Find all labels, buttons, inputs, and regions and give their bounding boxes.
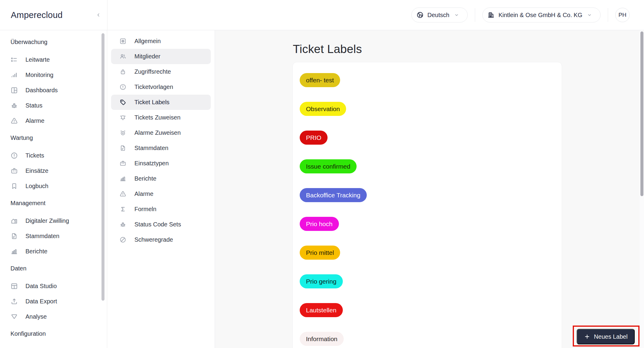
window-scrollbar-thumb[interactable] <box>640 31 643 196</box>
submenu-item-stammdaten[interactable]: Stammdaten <box>111 140 211 156</box>
label-pill-prio-hoch[interactable]: Prio hoch <box>300 217 339 231</box>
submenu-item-ticket-labels[interactable]: Ticket Labels <box>111 95 211 110</box>
submenu-item-status-code-sets[interactable]: Status Code Sets <box>111 217 211 232</box>
submenu-item-mitglieder[interactable]: Mitglieder <box>111 49 211 64</box>
sidebar-item-label: Monitoring <box>25 72 53 78</box>
submenu-item-einsatztypen[interactable]: Einsatztypen <box>111 156 211 171</box>
submenu-item-label: Stammdaten <box>134 145 168 152</box>
sidebar-item-stammdaten[interactable]: Stammdaten <box>0 229 107 244</box>
lock-icon <box>119 68 127 75</box>
chevron-down-icon <box>587 12 593 18</box>
sidebar-item-digitaler-zwilling[interactable]: Digitaler Zwilling <box>0 213 107 229</box>
submenu-item-formeln[interactable]: Formeln <box>111 202 211 217</box>
sidebar-item-tickets[interactable]: Tickets <box>0 148 107 163</box>
sidebar-item-einsaetze[interactable]: Einsätze <box>0 163 107 178</box>
plus-icon <box>584 333 590 340</box>
sidebar-collapse-icon[interactable] <box>95 12 102 18</box>
submenu-item-zugriffsrechte[interactable]: Zugriffsrechte <box>111 64 211 79</box>
submenu-item-label: Alarme <box>134 190 153 197</box>
building-icon <box>487 11 495 19</box>
exclamation-circle-icon <box>10 152 18 160</box>
submenu-item-label: Ticketvorlagen <box>134 84 173 90</box>
submenu-item-label: Alarme Zuweisen <box>134 129 181 136</box>
sidebar-item-label: Analyse <box>25 313 47 320</box>
label-pill-information[interactable]: Information <box>300 332 344 346</box>
submenu-item-alarme-zuweisen[interactable]: Alarme Zuweisen <box>111 125 211 140</box>
toolbox-icon <box>119 160 127 167</box>
sidebar-item-logbuch[interactable]: Logbuch <box>0 178 107 194</box>
sidebar-item-analyse[interactable]: Analyse <box>0 309 107 324</box>
submenu-item-label: Tickets Zuweisen <box>134 114 181 121</box>
submenu-item-label: Schweregrade <box>134 236 173 243</box>
submenu-item-label: Status Code Sets <box>134 221 181 228</box>
label-pill-prio[interactable]: PRIO <box>300 131 328 145</box>
list-icon <box>10 56 18 64</box>
gear-square-icon <box>119 37 127 45</box>
sidebar-scrollbar[interactable] <box>101 33 104 301</box>
sidebar-item-data-export[interactable]: Data Export <box>0 294 107 309</box>
sidebar-item-label: Status <box>25 102 43 109</box>
submenu-item-ticketvorlagen[interactable]: Ticketvorlagen <box>111 79 211 95</box>
sidebar-section-konfiguration: Konfiguration <box>0 326 107 348</box>
sidebar-item-monitoring[interactable]: Monitoring <box>0 67 107 83</box>
app-window: Amperecloud Deutsch Kintlein & Ose GmbH … <box>0 0 644 348</box>
sidebar-item-label: Digitaler Zwilling <box>25 217 69 224</box>
primary-sidebar: ÜberwachungLeitwarteMonitoringDashboards… <box>0 30 107 348</box>
bug-icon <box>119 221 127 228</box>
bug-icon <box>10 102 18 110</box>
submenu-item-berichte[interactable]: Berichte <box>111 171 211 186</box>
sidebar-item-label: Logbuch <box>25 183 49 190</box>
sidebar-item-label: Dashboards <box>25 87 58 94</box>
sidebar-item-alarme[interactable]: Alarme <box>0 113 107 128</box>
submenu-list: AllgemeinMitgliederZugriffsrechteTicketv… <box>107 34 215 247</box>
window-scrollbar-track[interactable] <box>640 30 644 348</box>
warning-triangle-icon <box>119 190 127 198</box>
sidebar-section-management: ManagementDigitaler ZwillingStammdatenBe… <box>0 196 107 259</box>
submenu-item-schweregrade[interactable]: Schweregrade <box>111 232 211 247</box>
new-label-button-label: Neues Label <box>594 333 628 340</box>
new-label-button[interactable]: Neues Label <box>577 329 635 344</box>
bookmark-icon <box>10 182 18 190</box>
label-pill-prio-gering[interactable]: Prio gering <box>300 274 343 288</box>
sidebar-item-dashboards[interactable]: Dashboards <box>0 83 107 98</box>
sidebar-item-label: Einsätze <box>25 167 49 174</box>
globe-icon <box>416 11 424 19</box>
bar-chart-icon <box>10 71 18 79</box>
sidebar-item-label: Stammdaten <box>25 233 59 240</box>
sidebar-item-data-studio[interactable]: Data Studio <box>0 279 107 294</box>
label-pill-issue-confirmed[interactable]: Issue confirmed <box>300 159 357 173</box>
submenu-item-alarme[interactable]: Alarme <box>111 186 211 202</box>
submenu-item-label: Zugriffsrechte <box>134 68 171 75</box>
dashboard-grid-icon <box>10 86 18 94</box>
sidebar-section-title: Management <box>0 196 107 211</box>
sidebar-item-leitwarte[interactable]: Leitwarte <box>0 52 107 67</box>
sidebar-section-title: Daten <box>0 261 107 276</box>
warning-triangle-icon <box>10 117 18 125</box>
company-selector[interactable]: Kintlein & Ose GmbH & Co. KG <box>482 7 601 22</box>
column-chart-icon <box>119 175 127 182</box>
people-icon <box>119 53 127 60</box>
label-pill-prio-mittel[interactable]: Prio mittel <box>300 246 340 260</box>
sidebar-item-label: Tickets <box>25 152 44 159</box>
sidebar-item-clipped[interactable] <box>0 344 107 348</box>
top-bar: Amperecloud Deutsch Kintlein & Ose GmbH … <box>0 0 644 30</box>
language-label: Deutsch <box>428 12 449 19</box>
upload-icon <box>10 297 18 305</box>
sidebar-item-status[interactable]: Status <box>0 98 107 113</box>
label-pill-lautstellen[interactable]: Lautstellen <box>300 303 343 317</box>
sidebar-item-label: Alarme <box>25 117 44 124</box>
main-content: Ticket Labels offen- testObservationPRIO… <box>215 30 644 348</box>
settings-submenu: AllgemeinMitgliederZugriffsrechteTicketv… <box>107 30 215 348</box>
label-pill-offen-test[interactable]: offen- test <box>300 73 340 87</box>
sidebar-item-berichte[interactable]: Berichte <box>0 244 107 259</box>
label-pill-backoffice-tracking[interactable]: Backoffice Tracking <box>300 188 367 202</box>
language-selector[interactable]: Deutsch <box>411 7 468 22</box>
sigma-icon <box>119 205 127 213</box>
app-logo[interactable]: Amperecloud <box>11 0 63 30</box>
user-avatar[interactable]: PH <box>615 8 630 22</box>
label-pill-observation[interactable]: Observation <box>300 102 346 116</box>
labels-card: offen- testObservationPRIOIssue confirme… <box>293 62 562 348</box>
tag-icon <box>119 99 127 106</box>
submenu-item-allgemein[interactable]: Allgemein <box>111 34 211 49</box>
submenu-item-tickets-zuweisen[interactable]: Tickets Zuweisen <box>111 110 211 125</box>
